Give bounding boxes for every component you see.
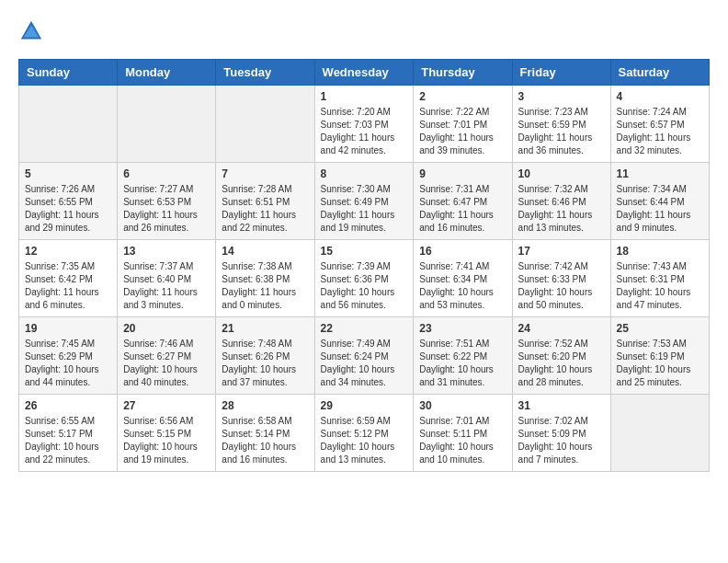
day-info: Sunrise: 7:46 AM Sunset: 6:27 PM Dayligh… <box>123 338 210 389</box>
calendar-cell: 15Sunrise: 7:39 AM Sunset: 6:36 PM Dayli… <box>314 240 414 317</box>
day-number: 2 <box>419 90 506 103</box>
calendar-cell <box>118 86 216 163</box>
calendar-cell: 26Sunrise: 6:55 AM Sunset: 5:17 PM Dayli… <box>19 395 118 472</box>
day-info: Sunrise: 7:20 AM Sunset: 7:03 PM Dayligh… <box>321 106 408 157</box>
day-info: Sunrise: 6:58 AM Sunset: 5:14 PM Dayligh… <box>222 415 308 466</box>
calendar-cell: 17Sunrise: 7:42 AM Sunset: 6:33 PM Dayli… <box>512 240 610 317</box>
day-info: Sunrise: 7:02 AM Sunset: 5:09 PM Dayligh… <box>518 415 605 466</box>
day-number: 13 <box>123 245 210 258</box>
day-info: Sunrise: 7:38 AM Sunset: 6:38 PM Dayligh… <box>222 260 308 312</box>
day-number: 11 <box>617 167 703 180</box>
day-info: Sunrise: 7:39 AM Sunset: 6:36 PM Dayligh… <box>321 260 408 312</box>
calendar-cell: 24Sunrise: 7:52 AM Sunset: 6:20 PM Dayli… <box>512 317 610 395</box>
day-info: Sunrise: 7:24 AM Sunset: 6:57 PM Dayligh… <box>617 106 703 157</box>
calendar-cell: 5Sunrise: 7:26 AM Sunset: 6:55 PM Daylig… <box>19 163 118 240</box>
calendar-cell: 11Sunrise: 7:34 AM Sunset: 6:44 PM Dayli… <box>610 163 709 240</box>
day-number: 21 <box>222 322 308 335</box>
day-number: 1 <box>321 90 408 103</box>
day-info: Sunrise: 6:56 AM Sunset: 5:15 PM Dayligh… <box>123 415 210 466</box>
day-number: 8 <box>321 167 408 180</box>
calendar-cell: 19Sunrise: 7:45 AM Sunset: 6:29 PM Dayli… <box>19 317 118 395</box>
day-number: 29 <box>321 399 408 412</box>
day-number: 15 <box>321 245 408 258</box>
day-number: 24 <box>518 322 605 335</box>
calendar-cell: 3Sunrise: 7:23 AM Sunset: 6:59 PM Daylig… <box>512 86 610 163</box>
week-row-0: 1Sunrise: 7:20 AM Sunset: 7:03 PM Daylig… <box>19 86 710 163</box>
day-number: 7 <box>222 167 308 180</box>
day-number: 9 <box>419 167 506 180</box>
day-info: Sunrise: 7:45 AM Sunset: 6:29 PM Dayligh… <box>25 338 111 389</box>
week-row-2: 12Sunrise: 7:35 AM Sunset: 6:42 PM Dayli… <box>19 240 710 317</box>
day-number: 30 <box>419 399 506 412</box>
day-info: Sunrise: 7:41 AM Sunset: 6:34 PM Dayligh… <box>419 260 506 312</box>
day-info: Sunrise: 7:51 AM Sunset: 6:22 PM Dayligh… <box>419 338 506 389</box>
day-number: 5 <box>25 167 111 180</box>
calendar-cell: 9Sunrise: 7:31 AM Sunset: 6:47 PM Daylig… <box>414 163 512 240</box>
day-info: Sunrise: 7:53 AM Sunset: 6:19 PM Dayligh… <box>617 338 703 389</box>
day-number: 3 <box>518 90 605 103</box>
calendar-cell: 30Sunrise: 7:01 AM Sunset: 5:11 PM Dayli… <box>414 395 512 472</box>
calendar-cell <box>19 86 118 163</box>
calendar-cell: 29Sunrise: 6:59 AM Sunset: 5:12 PM Dayli… <box>314 395 414 472</box>
day-number: 16 <box>419 245 506 258</box>
calendar-cell: 27Sunrise: 6:56 AM Sunset: 5:15 PM Dayli… <box>118 395 216 472</box>
day-info: Sunrise: 7:28 AM Sunset: 6:51 PM Dayligh… <box>222 183 308 235</box>
week-row-3: 19Sunrise: 7:45 AM Sunset: 6:29 PM Dayli… <box>19 317 710 395</box>
day-info: Sunrise: 7:22 AM Sunset: 7:01 PM Dayligh… <box>419 106 506 157</box>
day-info: Sunrise: 7:37 AM Sunset: 6:40 PM Dayligh… <box>123 260 210 312</box>
day-number: 4 <box>617 90 703 103</box>
calendar-table: SundayMondayTuesdayWednesdayThursdayFrid… <box>18 59 710 472</box>
calendar-cell: 7Sunrise: 7:28 AM Sunset: 6:51 PM Daylig… <box>216 163 314 240</box>
day-info: Sunrise: 7:23 AM Sunset: 6:59 PM Dayligh… <box>518 106 605 157</box>
day-info: Sunrise: 7:26 AM Sunset: 6:55 PM Dayligh… <box>25 183 111 235</box>
page-header <box>18 18 710 44</box>
day-number: 10 <box>518 167 605 180</box>
header-row: SundayMondayTuesdayWednesdayThursdayFrid… <box>19 60 710 86</box>
calendar-cell: 23Sunrise: 7:51 AM Sunset: 6:22 PM Dayli… <box>414 317 512 395</box>
calendar-cell: 18Sunrise: 7:43 AM Sunset: 6:31 PM Dayli… <box>610 240 709 317</box>
day-info: Sunrise: 7:31 AM Sunset: 6:47 PM Dayligh… <box>419 183 506 235</box>
calendar-cell: 20Sunrise: 7:46 AM Sunset: 6:27 PM Dayli… <box>118 317 216 395</box>
day-info: Sunrise: 7:27 AM Sunset: 6:53 PM Dayligh… <box>123 183 210 235</box>
day-number: 31 <box>518 399 605 412</box>
calendar-cell: 6Sunrise: 7:27 AM Sunset: 6:53 PM Daylig… <box>118 163 216 240</box>
day-info: Sunrise: 7:32 AM Sunset: 6:46 PM Dayligh… <box>518 183 605 235</box>
calendar-cell: 2Sunrise: 7:22 AM Sunset: 7:01 PM Daylig… <box>414 86 512 163</box>
day-number: 20 <box>123 322 210 335</box>
day-info: Sunrise: 7:49 AM Sunset: 6:24 PM Dayligh… <box>321 338 408 389</box>
day-number: 23 <box>419 322 506 335</box>
calendar-cell <box>610 395 709 472</box>
calendar-cell <box>216 86 314 163</box>
week-row-1: 5Sunrise: 7:26 AM Sunset: 6:55 PM Daylig… <box>19 163 710 240</box>
day-info: Sunrise: 6:55 AM Sunset: 5:17 PM Dayligh… <box>25 415 111 466</box>
day-info: Sunrise: 7:52 AM Sunset: 6:20 PM Dayligh… <box>518 338 605 389</box>
calendar-cell: 14Sunrise: 7:38 AM Sunset: 6:38 PM Dayli… <box>216 240 314 317</box>
calendar-cell: 25Sunrise: 7:53 AM Sunset: 6:19 PM Dayli… <box>610 317 709 395</box>
logo-icon <box>18 18 44 44</box>
day-info: Sunrise: 7:42 AM Sunset: 6:33 PM Dayligh… <box>518 260 605 312</box>
day-info: Sunrise: 7:01 AM Sunset: 5:11 PM Dayligh… <box>419 415 506 466</box>
calendar-cell: 12Sunrise: 7:35 AM Sunset: 6:42 PM Dayli… <box>19 240 118 317</box>
day-number: 27 <box>123 399 210 412</box>
day-info: Sunrise: 6:59 AM Sunset: 5:12 PM Dayligh… <box>321 415 408 466</box>
calendar-cell: 13Sunrise: 7:37 AM Sunset: 6:40 PM Dayli… <box>118 240 216 317</box>
day-info: Sunrise: 7:35 AM Sunset: 6:42 PM Dayligh… <box>25 260 111 312</box>
calendar-cell: 1Sunrise: 7:20 AM Sunset: 7:03 PM Daylig… <box>314 86 414 163</box>
calendar-cell: 4Sunrise: 7:24 AM Sunset: 6:57 PM Daylig… <box>610 86 709 163</box>
day-number: 25 <box>617 322 703 335</box>
calendar-cell: 16Sunrise: 7:41 AM Sunset: 6:34 PM Dayli… <box>414 240 512 317</box>
calendar-cell: 21Sunrise: 7:48 AM Sunset: 6:26 PM Dayli… <box>216 317 314 395</box>
day-info: Sunrise: 7:34 AM Sunset: 6:44 PM Dayligh… <box>617 183 703 235</box>
day-number: 12 <box>25 245 111 258</box>
calendar-header: SundayMondayTuesdayWednesdayThursdayFrid… <box>19 60 710 86</box>
header-day-friday: Friday <box>512 60 610 86</box>
day-number: 22 <box>321 322 408 335</box>
header-day-sunday: Sunday <box>19 60 118 86</box>
logo <box>18 18 48 44</box>
day-number: 19 <box>25 322 111 335</box>
day-number: 14 <box>222 245 308 258</box>
calendar-cell: 31Sunrise: 7:02 AM Sunset: 5:09 PM Dayli… <box>512 395 610 472</box>
header-day-monday: Monday <box>118 60 216 86</box>
day-info: Sunrise: 7:43 AM Sunset: 6:31 PM Dayligh… <box>617 260 703 312</box>
header-day-tuesday: Tuesday <box>216 60 314 86</box>
